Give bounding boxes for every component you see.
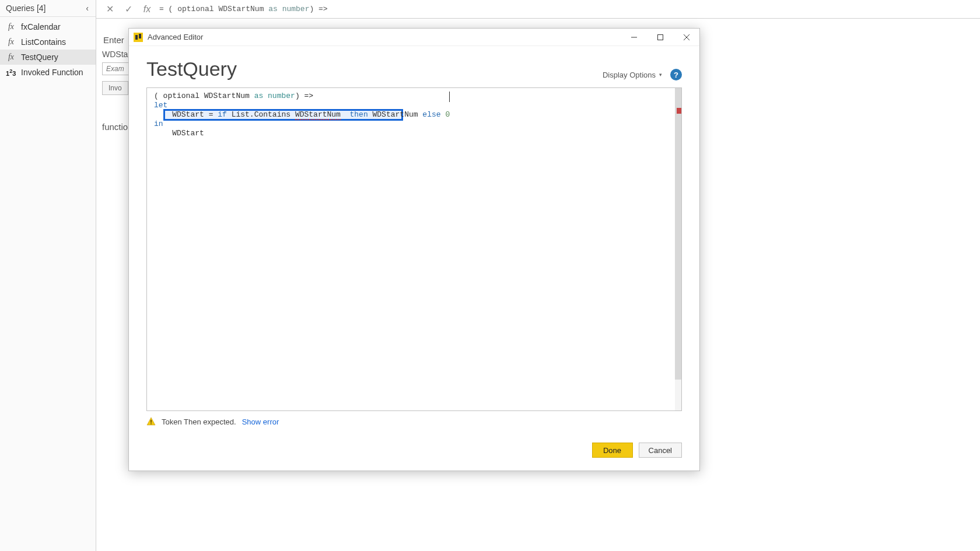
query-heading: TestQuery: [146, 58, 237, 80]
fx-icon[interactable]: fx: [141, 3, 153, 16]
error-marker[interactable]: [677, 108, 681, 114]
code-line: let: [154, 101, 674, 110]
fx-icon: fx: [6, 37, 16, 47]
code-line: WDStart = if List.Contains WDStartNum th…: [154, 110, 674, 120]
queries-title: Queries [4]: [6, 3, 46, 13]
help-icon[interactable]: ?: [670, 69, 682, 80]
cancel-formula-icon[interactable]: ✕: [103, 3, 116, 16]
maximize-button[interactable]: [647, 29, 673, 46]
show-error-link[interactable]: Show error: [242, 417, 279, 426]
display-options-dropdown[interactable]: Display Options ▾: [603, 71, 662, 79]
advanced-editor-dialog: Advanced Editor TestQuery Display Option…: [128, 28, 700, 471]
error-text: Token Then expected.: [162, 417, 236, 426]
close-button[interactable]: [673, 29, 699, 46]
cancel-button[interactable]: Cancel: [639, 443, 682, 458]
code-line: ( optional WDStartNum as number) =>: [154, 92, 674, 101]
fx-icon: fx: [6, 22, 16, 31]
svg-rect-5: [150, 420, 152, 423]
dialog-header: TestQuery Display Options ▾ ?: [129, 46, 699, 87]
query-item-testquery[interactable]: fx TestQuery: [0, 50, 96, 65]
collapse-panel-icon[interactable]: ‹: [82, 2, 92, 14]
minimize-button[interactable]: [621, 29, 647, 46]
chevron-down-icon: ▾: [659, 72, 662, 78]
formula-text[interactable]: = ( optional WDStartNum as number) =>: [159, 5, 328, 13]
scrollbar-thumb[interactable]: [675, 88, 681, 380]
invoke-button[interactable]: Invo: [102, 81, 128, 95]
powerbi-logo-icon: [134, 33, 143, 42]
done-button[interactable]: Done: [592, 443, 633, 458]
warning-icon: [146, 417, 156, 426]
fx-icon: fx: [6, 52, 16, 62]
svg-rect-6: [150, 423, 152, 424]
code-line: in: [154, 120, 674, 129]
editor-scrollbar[interactable]: [675, 88, 681, 410]
queries-list: fx fxCalendar fx ListContains fx TestQue…: [0, 17, 96, 80]
query-label: ListContains: [21, 37, 66, 47]
query-item-fxcalendar[interactable]: fx fxCalendar: [0, 19, 96, 34]
svg-rect-1: [657, 34, 663, 40]
queries-panel: Queries [4] ‹ fx fxCalendar fx ListConta…: [0, 0, 96, 551]
dialog-footer: Done Cancel: [129, 426, 699, 458]
code-editor[interactable]: ( optional WDStartNum as number) => let …: [146, 87, 682, 411]
query-label: fxCalendar: [21, 22, 61, 31]
query-label: Invoked Function: [21, 68, 83, 77]
query-item-invoked-function[interactable]: 123 Invoked Function: [0, 65, 96, 80]
query-item-listcontains[interactable]: fx ListContains: [0, 34, 96, 50]
dialog-title: Advanced Editor: [148, 33, 203, 41]
error-row: Token Then expected. Show error: [146, 417, 682, 426]
query-label: TestQuery: [21, 52, 58, 62]
number-icon: 123: [6, 68, 16, 77]
code-line: WDStart: [154, 129, 674, 138]
formula-bar: ✕ ✓ fx = ( optional WDStartNum as number…: [96, 0, 980, 19]
dialog-titlebar: Advanced Editor: [129, 29, 699, 46]
queries-header: Queries [4] ‹: [0, 0, 96, 17]
commit-formula-icon[interactable]: ✓: [122, 3, 135, 16]
